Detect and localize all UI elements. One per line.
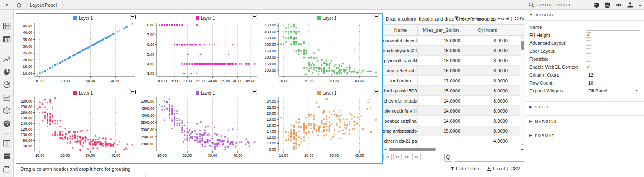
name-input[interactable]	[586, 24, 640, 31]
breadcrumb: Layout Panel	[13, 0, 65, 10]
table-row[interactable]: plymouth fury iii14.00008.0000	[383, 106, 525, 116]
table-row[interactable]: buick skylark 32015.00008.0000	[383, 46, 525, 56]
chart-widget[interactable]: 60.0080.00100.00120.00140.00160.00180.00…	[16, 89, 138, 163]
hint-button[interactable]	[444, 154, 452, 162]
toolbar-separator: |	[507, 166, 508, 171]
fill-height-checkbox[interactable]: ✓	[586, 32, 591, 38]
hide-filters-button[interactable]: Hide Filters	[454, 16, 485, 21]
cell-name: chevrolet impala	[383, 96, 418, 105]
section-margins[interactable]: ▶MARGINS	[525, 115, 644, 126]
toolbox-divider	[3, 49, 11, 49]
scroll-left-icon[interactable]: ◀	[384, 148, 386, 151]
cube-3d-icon[interactable]	[2, 106, 12, 115]
pager-button[interactable]: ▶|	[412, 154, 421, 160]
horizontal-scroll-thumb[interactable]	[389, 148, 436, 151]
svg-text:20.00: 20.00	[183, 154, 192, 158]
scroll-right-icon[interactable]: ▶	[521, 148, 524, 151]
collapse-panel-icon[interactable]: »	[639, 3, 640, 8]
enable-webgl-context-checkbox[interactable]: ✓	[586, 64, 591, 69]
scatter-chart: 60.0080.00100.00120.00140.00160.00180.00…	[16, 89, 138, 162]
visibility-icon[interactable]	[615, 3, 622, 8]
table-row[interactable]: ford torino17.00008.0000	[383, 76, 525, 86]
export-csv-button[interactable]: CSV	[510, 166, 520, 171]
widget-collapse-button[interactable]	[374, 90, 379, 94]
svg-text:Layer 1: Layer 1	[201, 91, 215, 95]
data-source-icon[interactable]	[605, 2, 610, 8]
section-basics[interactable]: ▼ BASICS	[525, 10, 644, 21]
layout-panel-icon[interactable]	[2, 151, 12, 161]
advanced-layout-checkbox[interactable]	[586, 40, 591, 46]
data-grid-widget[interactable]: Drag a column header and drop it here fo…	[383, 13, 525, 164]
chart-widget[interactable]: 8.0010.0012.0014.0016.0018.0020.0022.002…	[260, 89, 382, 163]
table-row[interactable]: pontiac catalina14.00008.0000	[383, 116, 525, 126]
home-icon[interactable]	[16, 3, 22, 8]
table-row[interactable]: chevrolet chevell18.00008.0000	[383, 36, 525, 46]
gauge-icon[interactable]	[2, 119, 12, 128]
widget-collapse-button[interactable]	[130, 15, 136, 19]
column-header-cylinders[interactable]: Cylinders	[464, 25, 511, 35]
cell-cylinders: 4.0000	[464, 136, 511, 146]
column-layout-icon[interactable]	[2, 139, 12, 149]
expand-widgets-select[interactable]: Fill Panel▾	[586, 87, 640, 94]
row-count-input[interactable]	[586, 80, 640, 86]
property-label: Name	[529, 25, 586, 30]
column-header-mpg[interactable]: Miles_per_Gallon	[418, 25, 464, 35]
pivot-grid-icon[interactable]	[2, 34, 12, 44]
table-row[interactable]: ford galaxie 50015.00008.0000	[383, 86, 525, 96]
property-label: Fill Height	[529, 33, 586, 38]
inspector-basics-fields: NameFill Height✓Advanced LayoutUser Layo…	[525, 21, 644, 98]
help-icon[interactable]: ?	[594, 3, 599, 8]
vertical-scroll-thumb[interactable]	[521, 41, 524, 50]
floatable-checkbox[interactable]	[586, 56, 591, 62]
property-row: Expand WidgetsFill Panel▾	[529, 87, 640, 95]
table-row[interactable]: amc ambassador15.00008.0000	[383, 126, 525, 136]
property-row: User Layout	[529, 47, 640, 55]
export-csv-button[interactable]: CSV	[514, 16, 524, 21]
hierarchy-icon[interactable]	[627, 2, 633, 8]
breadcrumb-item[interactable]: Layout Panel	[28, 3, 61, 8]
user-layout-checkbox[interactable]	[586, 48, 591, 54]
pager-button[interactable]: ▶▶	[403, 154, 411, 160]
chart-widget[interactable]: 10.0015.0020.0025.0030.0035.0040.0045.00…	[16, 14, 138, 88]
section-format[interactable]: ▶FORMAT	[525, 130, 644, 141]
svg-text:40.00: 40.00	[111, 79, 121, 83]
data-grid-icon[interactable]	[2, 21, 12, 31]
chart-widget[interactable]: 100.00150.00200.00250.00300.00350.00400.…	[260, 14, 382, 88]
svg-text:18.00: 18.00	[267, 117, 276, 121]
widget-collapse-button[interactable]	[374, 15, 379, 19]
radial-gauge-icon[interactable]	[2, 80, 12, 90]
history-chart-icon[interactable]	[2, 93, 12, 103]
widget-collapse-button[interactable]	[130, 90, 136, 94]
table-row[interactable]: amc rebel sst16.00008.0000	[383, 66, 525, 76]
table-row[interactable]: citroen ds-21 pa4.0000	[383, 136, 525, 146]
expand-toolbox-icon[interactable]: »	[0, 2, 13, 8]
cell-cylinders: 8.0000	[464, 86, 511, 95]
widget-collapse-button[interactable]	[252, 15, 257, 19]
pager-button[interactable]: |◀	[383, 154, 392, 160]
hide-filters-button[interactable]: Hide Filters	[450, 166, 480, 171]
svg-text:20.00: 20.00	[60, 79, 70, 83]
line-chart-icon[interactable]	[2, 54, 12, 64]
column-count-input[interactable]	[586, 72, 640, 78]
export-excel-button[interactable]: Excel	[486, 166, 505, 171]
grid-search-input[interactable]	[455, 154, 524, 162]
svg-text:16.00: 16.00	[267, 123, 276, 127]
chart-widget[interactable]: 3.004.005.006.007.008.0010.0015.0020.002…	[138, 14, 260, 88]
export-excel-button[interactable]: Excel	[490, 16, 509, 21]
table-row[interactable]: chevrolet impala14.00008.0000	[383, 96, 525, 106]
table-row[interactable]: plymouth satellit18.00008.0000	[383, 56, 525, 66]
selected-layout-panel[interactable]: 10.0015.0020.0025.0030.0035.0040.0045.00…	[16, 13, 383, 164]
grid-rows: chevrolet chevell18.00008.0000buick skyl…	[383, 36, 525, 146]
chart-widget[interactable]: 2000.002500.003000.003500.004000.004500.…	[138, 89, 260, 163]
scatter-chart: 100.00150.00200.00250.00300.00350.00400.…	[260, 14, 381, 87]
tab-panel-icon[interactable]	[2, 164, 12, 174]
section-collapsed-icon: ▶	[529, 133, 532, 137]
section-style[interactable]: ▶STYLE	[525, 101, 644, 112]
pie-chart-icon[interactable]	[2, 67, 12, 77]
widget-collapse-button[interactable]	[252, 90, 257, 94]
column-header-name[interactable]: Name	[383, 25, 418, 35]
search-icon	[529, 2, 534, 8]
pager-button[interactable]: ◀◀	[393, 154, 402, 160]
svg-text:5000.00: 5000.00	[141, 99, 154, 103]
horizontal-scrollbar[interactable]: ◀ ▶	[383, 147, 525, 152]
